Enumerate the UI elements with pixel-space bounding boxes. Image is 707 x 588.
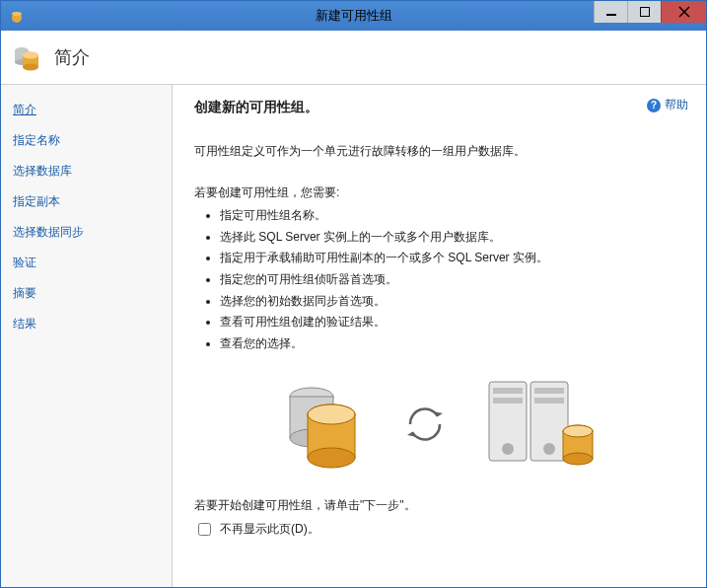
- bullet-item: 指定可用性组名称。: [220, 205, 684, 227]
- svg-point-19: [308, 404, 355, 424]
- maximize-icon: [640, 7, 650, 17]
- svg-rect-27: [534, 388, 564, 394]
- minimize-icon: [606, 7, 616, 17]
- database-icon: [11, 41, 42, 73]
- wizard-window: 新建可用性组 简介: [0, 0, 707, 588]
- minimize-button[interactable]: [594, 1, 627, 23]
- sync-arrows-icon: [400, 400, 450, 449]
- bullet-item: 指定您的可用性组侦听器首选项。: [220, 269, 684, 291]
- wizard-body: 简介 指定名称 选择数据库 指定副本 选择数据同步 验证 摘要 结果 ? 帮助 …: [1, 85, 706, 587]
- svg-line-4: [679, 7, 689, 17]
- nav-result[interactable]: 结果: [1, 309, 172, 339]
- close-button[interactable]: [661, 1, 706, 23]
- bullet-item: 查看您的选择。: [220, 333, 684, 355]
- dont-show-label: 不再显示此页(D)。: [220, 521, 319, 538]
- help-link[interactable]: ? 帮助: [647, 97, 688, 113]
- nav-summary[interactable]: 摘要: [1, 278, 172, 309]
- app-icon: [9, 8, 25, 24]
- bullet-item: 查看可用性组创建的验证结果。: [220, 312, 684, 333]
- svg-rect-24: [493, 398, 523, 404]
- titlebar: 新建可用性组: [1, 1, 706, 31]
- bullet-item: 选择您的初始数据同步首选项。: [220, 291, 684, 313]
- window-controls: [594, 1, 706, 23]
- requirements-list: 指定可用性组名称。 选择此 SQL Server 实例上的一个或多个用户数据库。…: [194, 205, 684, 354]
- svg-point-32: [563, 453, 593, 465]
- close-icon: [678, 6, 690, 18]
- dont-show-row: 不再显示此页(D)。: [194, 520, 684, 539]
- servers-icon: [481, 372, 600, 476]
- svg-point-1: [12, 12, 22, 16]
- window-title: 新建可用性组: [316, 7, 392, 25]
- nav-specify-replica[interactable]: 指定副本: [1, 186, 172, 217]
- svg-point-25: [502, 443, 514, 455]
- page-title: 简介: [54, 45, 90, 69]
- svg-point-18: [308, 448, 355, 468]
- dont-show-checkbox[interactable]: [198, 523, 211, 536]
- svg-point-29: [543, 443, 555, 455]
- nav-select-db[interactable]: 选择数据库: [1, 156, 172, 186]
- database-stack-icon: [280, 375, 369, 474]
- svg-line-5: [679, 7, 689, 17]
- nav-validate[interactable]: 验证: [1, 248, 172, 278]
- start-text: 若要开始创建可用性组，请单击"下一步"。: [194, 497, 684, 514]
- svg-point-33: [563, 425, 593, 437]
- svg-rect-28: [534, 398, 564, 404]
- help-icon: ?: [647, 99, 661, 112]
- description-text: 可用性组定义可作为一个单元进行故障转移的一组用户数据库。: [194, 142, 684, 161]
- section-title: 创建新的可用性组。: [194, 99, 684, 116]
- need-label: 若要创建可用性组，您需要:: [194, 184, 684, 201]
- maximize-button[interactable]: [627, 1, 661, 23]
- nav-intro[interactable]: 简介: [1, 95, 172, 125]
- svg-rect-23: [493, 388, 523, 394]
- nav-select-sync[interactable]: 选择数据同步: [1, 217, 172, 248]
- bullet-item: 选择此 SQL Server 实例上的一个或多个用户数据库。: [220, 227, 684, 249]
- sidebar: 简介 指定名称 选择数据库 指定副本 选择数据同步 验证 摘要 结果: [1, 85, 173, 587]
- bullet-item: 指定用于承载辅助可用性副本的一个或多个 SQL Server 实例。: [220, 248, 684, 269]
- wizard-header: 简介: [1, 31, 706, 85]
- svg-rect-2: [606, 14, 616, 16]
- content-area: ? 帮助 创建新的可用性组。 可用性组定义可作为一个单元进行故障转移的一组用户数…: [173, 85, 706, 587]
- svg-rect-3: [640, 7, 650, 17]
- svg-point-12: [23, 52, 38, 59]
- nav-specify-name[interactable]: 指定名称: [1, 125, 172, 156]
- svg-point-11: [23, 64, 38, 71]
- illustration: [194, 372, 684, 476]
- help-label: 帮助: [665, 97, 688, 113]
